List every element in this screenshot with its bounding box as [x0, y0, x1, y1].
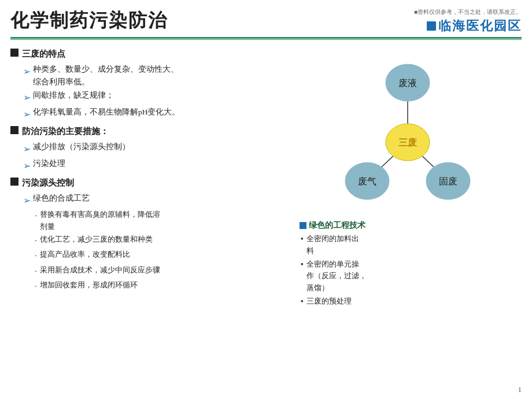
- section-2-label: 防治污染的主要措施：: [22, 124, 109, 139]
- green-section-title: 绿色的工程技术: [300, 220, 522, 231]
- section-1-label: 三废的特点: [22, 47, 65, 62]
- green-dot-3: ▪: [301, 295, 304, 308]
- header-right: ■资料仅供参考，不当之处，请联系改正。 临海医化园区: [414, 8, 522, 35]
- page-number: 1: [518, 385, 522, 394]
- left-column: 三废的特点 ➢ 种类多、数量少、成分复杂、变动性大、综合利用率低。 ➢ 间歇排放…: [10, 47, 288, 309]
- section-2-subitems: ➢ 减少排放（污染源头控制） ➢ 污染处理: [23, 141, 288, 173]
- arrow-icon-3: ➢: [23, 106, 31, 122]
- logo-icon: [427, 21, 436, 31]
- diagram-svg: 废液 废气 固废 三废: [327, 53, 489, 215]
- dot-item-5: · 增加回收套用，形成闭环循环: [35, 279, 288, 294]
- green-item-1: ▪ 全密闭的加料出料: [300, 233, 522, 257]
- arrow-icon-4: ➢: [23, 141, 31, 157]
- green-dot-1: ▪: [301, 233, 304, 245]
- green-section: 绿色的工程技术 ▪ 全密闭的加料出料 ▪ 全密闭的单元操作（反应，过滤，蒸馏） …: [294, 220, 522, 309]
- dot-item-3: · 提高产品收率，改变配料比: [35, 249, 288, 264]
- header: 化学制药污染防治 ■资料仅供参考，不当之处，请联系改正。 临海医化园区: [0, 0, 532, 37]
- green-item-1-text: 全密闭的加料出料: [306, 233, 359, 257]
- section-1-subitems: ➢ 种类多、数量少、成分复杂、变动性大、综合利用率低。 ➢ 间歇排放，缺乏规律；…: [23, 63, 288, 123]
- sub-text-1-2: 间歇排放，缺乏规律；: [33, 89, 114, 102]
- sub-sub-items: · 替换有毒有害高臭的原辅料，降低溶剂量 · 优化工艺，减少三废的数量和种类 ·…: [35, 209, 288, 294]
- svg-text:废气: 废气: [358, 176, 376, 186]
- dot-icon-1: ·: [35, 209, 37, 224]
- sub-text-2-2: 污染处理: [33, 157, 65, 170]
- logo: 临海医化园区: [427, 17, 522, 35]
- svg-text:固废: 固废: [439, 176, 457, 186]
- dot-text-2: 优化工艺，减少三废的数量和种类: [40, 234, 153, 246]
- dot-text-5: 增加回收套用，形成闭环循环: [40, 279, 138, 291]
- dot-item-2: · 优化工艺，减少三废的数量和种类: [35, 234, 288, 249]
- sep-thin: [10, 39, 522, 40]
- arrow-icon-5: ➢: [23, 158, 31, 173]
- bullet-icon-2: [10, 126, 19, 134]
- sub-text-1-1: 种类多、数量少、成分复杂、变动性大、综合利用率低。: [33, 63, 179, 89]
- page-title: 化学制药污染防治: [10, 8, 168, 34]
- sub-item-2-1: ➢ 减少排放（污染源头控制）: [23, 141, 288, 157]
- diagram: 废液 废气 固废 三废: [327, 53, 489, 215]
- arrow-icon-6: ➢: [23, 193, 31, 208]
- section-1: 三废的特点: [10, 47, 288, 62]
- section-3-label: 污染源头控制: [22, 176, 74, 191]
- green-item-2-text: 全密闭的单元操作（反应，过滤，蒸馏）: [306, 258, 367, 294]
- dot-icon-5: ·: [35, 279, 37, 294]
- dot-icon-3: ·: [35, 249, 37, 264]
- sub-text-2-1: 减少排放（污染源头控制）: [33, 141, 130, 153]
- dot-icon-4: ·: [35, 264, 37, 279]
- green-title-text: 绿色的工程技术: [309, 220, 365, 231]
- dot-icon-2: ·: [35, 234, 37, 249]
- dot-text-3: 提高产品收率，改变配料比: [40, 249, 130, 261]
- green-item-2: ▪ 全密闭的单元操作（反应，过滤，蒸馏）: [300, 258, 522, 294]
- sub-item-1-2: ➢ 间歇排放，缺乏规律；: [23, 89, 288, 105]
- disclaimer-text: ■资料仅供参考，不当之处，请联系改正。: [414, 8, 522, 16]
- svg-text:废液: 废液: [398, 78, 417, 88]
- green-item-3-text: 三废的预处理: [306, 295, 352, 308]
- section-3: 污染源头控制: [10, 176, 288, 191]
- header-separator: [10, 37, 522, 40]
- section-2: 防治污染的主要措施：: [10, 124, 288, 139]
- dot-item-1: · 替换有毒有害高臭的原辅料，降低溶剂量: [35, 209, 288, 233]
- sub-item-2-2: ➢ 污染处理: [23, 157, 288, 173]
- bullet-icon-1: [10, 49, 19, 57]
- dot-item-4: · 采用新合成技术，减少中间反应步骤: [35, 264, 288, 279]
- sub-text-3-1: 绿色的合成工艺: [33, 192, 90, 205]
- section-3-subitems: ➢ 绿色的合成工艺 · 替换有毒有害高臭的原辅料，降低溶剂量 · 优化工艺，减少…: [23, 192, 288, 294]
- sub-item-1-3: ➢ 化学耗氧量高，不易生物降解pH变化大。: [23, 106, 288, 122]
- bullet-icon-3: [10, 178, 19, 186]
- arrow-icon-2: ➢: [23, 90, 31, 105]
- dot-text-1: 替换有毒有害高臭的原辅料，降低溶剂量: [40, 209, 160, 233]
- svg-text:三废: 三废: [398, 137, 418, 147]
- logo-text: 临海医化园区: [438, 17, 522, 35]
- sub-item-1-1: ➢ 种类多、数量少、成分复杂、变动性大、综合利用率低。: [23, 63, 288, 89]
- arrow-icon: ➢: [23, 64, 31, 79]
- sub-text-1-3: 化学耗氧量高，不易生物降解pH变化大。: [33, 106, 180, 119]
- green-dot-2: ▪: [301, 258, 304, 271]
- green-item-3: ▪ 三废的预处理: [300, 295, 522, 308]
- dot-text-4: 采用新合成技术，减少中间反应步骤: [40, 264, 160, 276]
- sub-item-3-1: ➢ 绿色的合成工艺: [23, 192, 288, 208]
- main-content: 三废的特点 ➢ 种类多、数量少、成分复杂、变动性大、综合利用率低。 ➢ 间歇排放…: [0, 45, 532, 309]
- green-square-icon: [300, 222, 306, 229]
- right-column: 废液 废气 固废 三废 绿色的工程技术 ▪ 全密闭的加料出料: [294, 47, 522, 309]
- sep-thick: [10, 37, 522, 39]
